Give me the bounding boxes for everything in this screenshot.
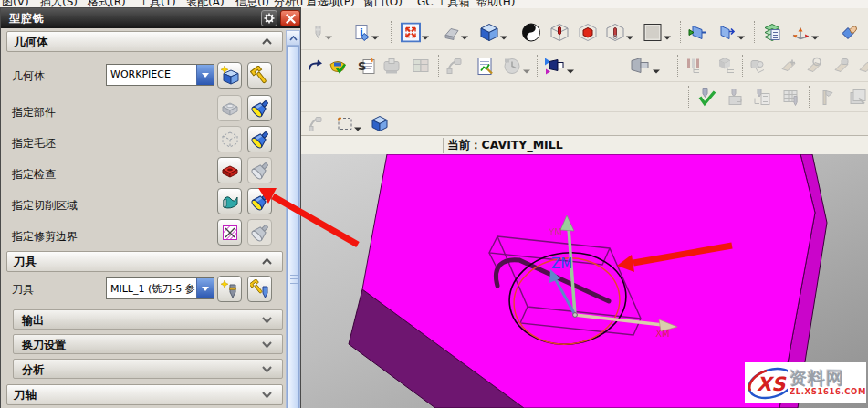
- wrench-icon: [250, 66, 270, 86]
- new-geometry-button[interactable]: [217, 62, 242, 89]
- blank-style-icon[interactable]: [640, 20, 664, 45]
- information-icon[interactable]: i: [350, 20, 374, 45]
- group-output[interactable]: 输出: [13, 309, 283, 330]
- specify-part-button[interactable]: [217, 95, 242, 121]
- selection-rectangle-icon[interactable]: [332, 111, 357, 136]
- specify-part-label: 指定部件: [12, 105, 56, 120]
- machine-simulation-icon[interactable]: [379, 54, 403, 78]
- create-tool-funnel-icon[interactable]: [627, 54, 652, 78]
- tool-combo-dropdown-icon[interactable]: [196, 278, 214, 298]
- select-blank-button[interactable]: [247, 126, 272, 152]
- geometry-combo-dropdown-icon[interactable]: [196, 65, 214, 85]
- postprocess-icon[interactable]: S: [354, 54, 379, 78]
- shop-documentation-icon[interactable]: [408, 54, 433, 78]
- dialog-close-button[interactable]: [280, 10, 300, 26]
- new-geometry-cube-icon: [220, 66, 240, 86]
- facet-solid-cube-icon[interactable]: [575, 20, 600, 45]
- watermark: XS 资料网 ZL.XS1616.COM: [745, 362, 866, 403]
- interpart-cube-icon[interactable]: [602, 20, 627, 45]
- select-cut-area-button[interactable]: [247, 188, 272, 214]
- move-component-icon[interactable]: [442, 54, 466, 78]
- program-order-view-icon[interactable]: [682, 54, 706, 78]
- scrollbar-thumb[interactable]: [287, 46, 299, 408]
- background-toggle-icon[interactable]: [518, 20, 543, 45]
- rendering-style-icon[interactable]: [439, 20, 464, 45]
- axis-label-xm: XM: [655, 329, 669, 339]
- layer-settings-icon[interactable]: [758, 20, 783, 45]
- tool-row-label: 刀具: [12, 282, 34, 298]
- edit-tool-button[interactable]: [247, 276, 272, 302]
- scrollbar-grip: [290, 275, 298, 284]
- verify-toolpath-icon[interactable]: [325, 54, 350, 78]
- collapse-tool-chevron-up-icon[interactable]: [256, 254, 277, 269]
- geometry-combo-value: WORKPIECE: [110, 68, 195, 80]
- menu-preferences[interactable]: 首选项(P): [307, 0, 355, 8]
- orient-view-isometric-icon[interactable]: [476, 20, 501, 45]
- specify-trim-boundary-button[interactable]: [217, 219, 242, 246]
- group-analysis-label: 分析: [22, 362, 44, 378]
- expand-analysis-chevron-down-icon[interactable]: [256, 361, 277, 377]
- clip-section-icon[interactable]: [685, 20, 709, 45]
- dialog-title-bar[interactable]: 型腔铣: [1, 8, 300, 28]
- tag-add-icon[interactable]: [776, 54, 800, 78]
- edit-section-icon[interactable]: [714, 20, 738, 45]
- solid-body-filter-icon[interactable]: [367, 111, 392, 136]
- expand-tool-change-chevron-down-icon[interactable]: [256, 337, 277, 352]
- wireframe-cube-pin-icon[interactable]: [547, 20, 571, 45]
- create-operation-icon[interactable]: [541, 54, 566, 78]
- select-trim-boundary-button[interactable]: [247, 219, 272, 246]
- geometry-view-icon[interactable]: [746, 54, 770, 78]
- select-part-button[interactable]: [247, 95, 272, 121]
- edit-geometry-button[interactable]: [247, 62, 272, 89]
- expand-tool-axis-chevron-down-icon[interactable]: [256, 387, 277, 403]
- new-tool-button[interactable]: [217, 276, 242, 302]
- menu-help[interactable]: 帮助(H): [476, 0, 515, 8]
- watermark-domain: ZL.XS1616.COM: [790, 387, 866, 396]
- dialog-options-gear-button[interactable]: [261, 10, 277, 26]
- layered-sheets-icon[interactable]: [845, 85, 868, 110]
- undo-icon[interactable]: [302, 54, 327, 78]
- tag-partial-icon[interactable]: [854, 54, 868, 78]
- group-tool-change[interactable]: 换刀设置: [13, 334, 283, 354]
- select-check-button[interactable]: [247, 157, 272, 183]
- list-toolpath-icon[interactable]: [749, 85, 774, 110]
- toolbar-cam-operations: S: [301, 50, 868, 82]
- machine-tool-view-icon[interactable]: [715, 54, 739, 78]
- svg-text:XS: XS: [757, 373, 787, 395]
- menu-gc-toolbox[interactable]: GC 工具箱: [417, 0, 470, 8]
- flashlight-blue-icon: [250, 130, 270, 150]
- generate-toolpath-icon[interactable]: [722, 85, 747, 110]
- menu-window[interactable]: 窗口(O): [363, 0, 403, 8]
- wcs-display-icon[interactable]: [788, 20, 812, 45]
- axis-label-ym: YM: [548, 227, 562, 237]
- collapse-geometry-chevron-up-icon[interactable]: [256, 34, 277, 49]
- edit-object-display-icon[interactable]: [836, 20, 861, 45]
- section-tool-header[interactable]: 刀具: [6, 251, 283, 272]
- signal-post-icon[interactable]: [812, 85, 837, 110]
- create-tool-disabled-icon[interactable]: [305, 20, 329, 45]
- group-analysis[interactable]: 分析: [13, 359, 283, 379]
- close-icon: [286, 14, 296, 24]
- section-geometry-title: 几何体: [14, 35, 48, 50]
- scrollbar-up-icon[interactable]: [287, 31, 299, 46]
- snap-point-icon[interactable]: [303, 111, 328, 136]
- schedule-clock-icon[interactable]: [499, 54, 524, 78]
- toolpath-table-icon[interactable]: [779, 85, 803, 110]
- specify-blank-button[interactable]: [217, 126, 242, 152]
- specify-cut-area-button[interactable]: [217, 188, 242, 214]
- dialog-scrollbar[interactable]: [286, 30, 300, 408]
- toolbar-area: i: [301, 7, 868, 154]
- tag-cylinder-icon[interactable]: [829, 54, 853, 78]
- tag-circle-icon[interactable]: [801, 54, 826, 78]
- generate-verify-ok-icon[interactable]: [694, 85, 718, 110]
- tool-combo[interactable]: MILL_1 (铣刀-5 参: [106, 277, 214, 299]
- operation-report-icon[interactable]: [472, 54, 497, 78]
- specify-check-button[interactable]: [217, 157, 242, 183]
- cam-status-bar: 当前：CAVITY_MILL: [301, 135, 868, 156]
- geometry-combo[interactable]: WORKPIECE: [106, 64, 214, 86]
- cut-area-surface-icon: [220, 192, 240, 212]
- expand-output-chevron-down-icon[interactable]: [256, 312, 277, 328]
- section-geometry-header[interactable]: 几何体: [6, 31, 283, 52]
- section-tool-axis-header[interactable]: 刀轴: [6, 384, 283, 405]
- fit-view-icon[interactable]: [398, 20, 423, 45]
